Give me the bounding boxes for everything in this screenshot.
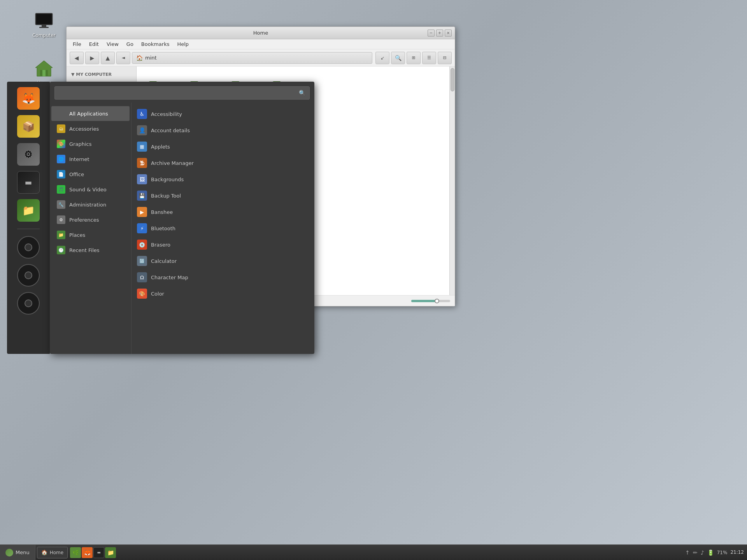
color-icon: 🎨 <box>137 289 147 299</box>
terminal-icon: ▬ <box>25 178 32 187</box>
search-btn[interactable]: 🔍 <box>391 52 405 64</box>
history-button[interactable]: ◄ <box>116 52 130 64</box>
app-color[interactable]: 🎨 Color <box>132 285 314 302</box>
app-backup-tool[interactable]: 💾 Backup Tool <box>132 187 314 204</box>
applets-icon: ▦ <box>137 142 147 152</box>
archive-manager-label: Archive Manager <box>151 160 194 166</box>
recent-files-icon: 🕐 <box>57 246 65 254</box>
cat-office-label: Office <box>69 172 84 177</box>
icon-view-btn[interactable]: ⊞ <box>407 52 421 64</box>
app-account-details[interactable]: 👤 Account details <box>132 122 314 138</box>
app-banshee[interactable]: ▶ Banshee <box>132 204 314 220</box>
taskbar-app-home[interactable]: 🏠 Home <box>37 547 68 558</box>
taskbar-menu-button[interactable]: Menu <box>0 545 35 560</box>
toolbar-right-buttons: ↙ 🔍 ⊞ ☰ ⊟ <box>375 52 452 64</box>
cat-places[interactable]: 📁 Places <box>51 228 130 242</box>
cat-sound-video-label: Sound & Video <box>69 187 107 192</box>
zoom-control[interactable] <box>411 300 450 302</box>
cat-office[interactable]: 📄 Office <box>51 167 130 182</box>
sidebar-firefox-btn[interactable]: 🦊 <box>17 87 40 110</box>
app-menu: 🔍 All Applications 🗂 Accessories 🎨 Graph… <box>50 82 314 354</box>
desktop-icon-computer[interactable]: Computer <box>26 11 61 38</box>
svg-rect-2 <box>42 25 46 27</box>
app-backgrounds[interactable]: 🖼 Backgrounds <box>132 171 314 187</box>
location-bar[interactable]: 🏠 mint <box>132 52 372 64</box>
menu-file[interactable]: File <box>70 40 84 48</box>
scrollbar-handle[interactable] <box>449 66 455 295</box>
search-box[interactable]: 🔍 <box>54 86 310 100</box>
all-apps-icon <box>57 109 65 118</box>
taskbar-folder-icon: 📁 <box>107 550 114 556</box>
cat-preferences[interactable]: ⚙ Preferences <box>51 212 130 227</box>
taskbar-systray: ↑ ✏ ♪ 🔋 71% <box>685 550 727 556</box>
forward-button[interactable]: ▶ <box>85 52 99 64</box>
firefox-icon: 🦊 <box>22 92 35 105</box>
app-menu-search-area: 🔍 <box>50 82 314 103</box>
taskbar-mint-btn[interactable]: 🌿 <box>70 547 81 558</box>
list-view-btn[interactable]: ☰ <box>422 52 436 64</box>
edit-icon: ✏ <box>693 550 698 556</box>
app-search-input[interactable] <box>59 90 296 96</box>
zoom-track[interactable] <box>411 300 450 302</box>
cat-recent-files-label: Recent Files <box>69 247 100 253</box>
window-title: Home <box>253 30 268 36</box>
close-button[interactable]: × <box>445 30 452 37</box>
svg-rect-3 <box>39 27 49 28</box>
app-brasero[interactable]: 💿 Brasero <box>132 236 314 253</box>
app-archive-manager[interactable]: 🗜 Archive Manager <box>132 155 314 171</box>
sidebar-media2-btn[interactable] <box>17 264 40 287</box>
calculator-label: Calculator <box>151 258 177 264</box>
menu-help[interactable]: Help <box>174 40 192 48</box>
cat-sound-video[interactable]: 🎵 Sound & Video <box>51 182 130 197</box>
sidebar-media3-btn[interactable] <box>17 292 40 315</box>
accessories-icon: 🗂 <box>57 124 65 133</box>
minimize-button[interactable]: − <box>428 30 435 37</box>
computer-icon-label: Computer <box>32 33 56 38</box>
cat-accessories[interactable]: 🗂 Accessories <box>51 121 130 136</box>
taskbar-firefox-btn[interactable]: 🦊 <box>82 547 93 558</box>
svg-rect-6 <box>42 70 46 76</box>
sidebar-terminal-btn[interactable]: ▬ <box>17 171 40 194</box>
taskbar-folder-btn[interactable]: 📁 <box>105 547 116 558</box>
cat-administration[interactable]: 🔧 Administration <box>51 197 130 212</box>
back-button[interactable]: ◀ <box>70 52 84 64</box>
maximize-button[interactable]: + <box>436 30 443 37</box>
menu-go[interactable]: Go <box>123 40 137 48</box>
cat-accessories-label: Accessories <box>69 126 99 132</box>
sidebar-media1-btn[interactable] <box>17 236 40 259</box>
menu-bar: File Edit View Go Bookmarks Help <box>67 39 455 49</box>
package-icon: 📦 <box>22 121 35 132</box>
cat-recent-files[interactable]: 🕐 Recent Files <box>51 243 130 257</box>
taskbar-home-label: Home <box>50 550 63 555</box>
app-accessibility[interactable]: ♿ Accessibility <box>132 106 314 122</box>
app-calculator[interactable]: 🔢 Calculator <box>132 253 314 269</box>
compact-view-btn[interactable]: ⊟ <box>438 52 452 64</box>
backup-tool-icon: 💾 <box>137 191 147 201</box>
account-details-label: Account details <box>151 128 190 133</box>
app-applets[interactable]: ▦ Applets <box>132 138 314 155</box>
backup-tool-label: Backup Tool <box>151 193 181 199</box>
menu-bookmarks[interactable]: Bookmarks <box>138 40 173 48</box>
zoom-thumb[interactable] <box>435 299 439 303</box>
archive-manager-icon: 🗜 <box>137 158 147 168</box>
office-icon: 📄 <box>57 170 65 178</box>
cat-graphics[interactable]: 🎨 Graphics <box>51 136 130 151</box>
calculator-icon: 🔢 <box>137 256 147 266</box>
cat-places-label: Places <box>69 232 85 238</box>
account-details-icon: 👤 <box>137 125 147 135</box>
app-character-map[interactable]: Ω Character Map <box>132 269 314 285</box>
up-button[interactable]: ▲ <box>101 52 115 64</box>
taskbar-terminal-btn[interactable]: ▬ <box>93 547 104 558</box>
cat-internet[interactable]: 🌐 Internet <box>51 152 130 166</box>
sidebar-folder-btn[interactable]: 📁 <box>17 199 40 222</box>
menu-edit[interactable]: Edit <box>86 40 102 48</box>
banshee-label: Banshee <box>151 209 173 215</box>
sidebar-package-btn[interactable]: 📦 <box>17 115 40 138</box>
cat-administration-label: Administration <box>69 202 106 208</box>
sidebar-prefs-btn[interactable]: ⚙ <box>17 143 40 166</box>
menu-view[interactable]: View <box>103 40 122 48</box>
cat-all-applications[interactable]: All Applications <box>51 106 130 121</box>
restore-btn[interactable]: ↙ <box>375 52 389 64</box>
backgrounds-icon: 🖼 <box>137 174 147 184</box>
app-bluetooth[interactable]: ⚡ Bluetooth <box>132 220 314 236</box>
